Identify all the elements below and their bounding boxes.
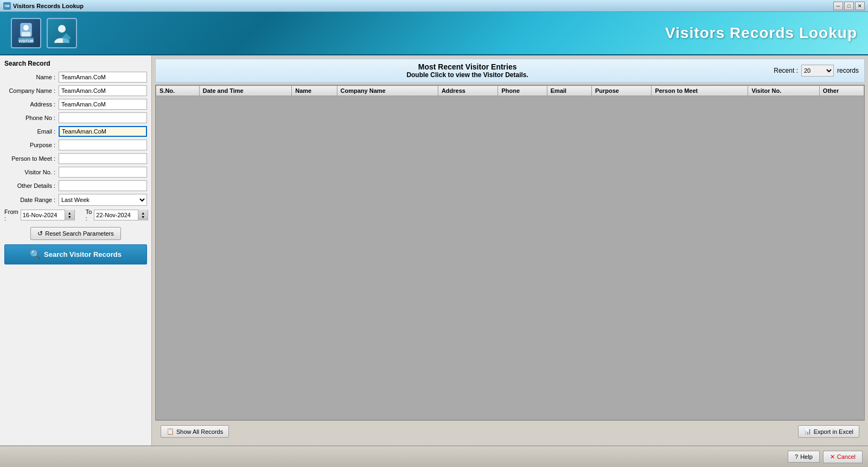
phone-row: Phone No :	[4, 112, 147, 123]
app-title: Visitors Records Lookup	[665, 24, 857, 42]
company-label: Company Name :	[4, 87, 59, 94]
table-header-row: S.No. Date and Time Name Company Name Ad…	[156, 86, 864, 96]
col-sno: S.No.	[156, 86, 200, 96]
bottom-bar: 📋 Show All Records 📊 Export in Excel	[155, 420, 865, 442]
person-logo	[47, 18, 77, 48]
results-panel: Most Recent Visitor Entries Double Click…	[152, 55, 868, 445]
records-suffix: records	[837, 67, 859, 74]
show-all-label: Show All Records	[176, 428, 223, 435]
col-visitor-no: Visitor No.	[748, 86, 819, 96]
show-all-icon: 📋	[167, 428, 174, 435]
help-label: Help	[800, 453, 813, 460]
results-title-area: Most Recent Visitor Entries Double Click…	[161, 62, 774, 79]
date-range-select[interactable]: Today Yesterday Last Week Last Month Cus…	[59, 194, 147, 206]
col-address: Address	[438, 86, 498, 96]
svg-text:VISITOR: VISITOR	[18, 39, 34, 43]
app-header: VISITOR Visitors Records Lookup	[0, 12, 868, 55]
purpose-label: Purpose :	[4, 142, 59, 148]
from-date-input[interactable]	[21, 211, 65, 219]
purpose-input[interactable]	[59, 140, 147, 150]
app-icon: 🪪	[3, 2, 11, 10]
date-range-label: Date Range :	[4, 197, 59, 203]
maximize-button[interactable]: □	[844, 2, 854, 10]
email-input[interactable]	[59, 126, 147, 137]
reset-icon: ↺	[37, 230, 43, 237]
records-table: S.No. Date and Time Name Company Name Ad…	[156, 85, 864, 96]
person-input[interactable]	[59, 153, 147, 164]
export-label: Export in Excel	[814, 428, 853, 435]
visitor-no-input[interactable]	[59, 167, 147, 178]
phone-input[interactable]	[59, 112, 147, 123]
results-header: Most Recent Visitor Entries Double Click…	[155, 59, 865, 83]
email-label: Email :	[4, 128, 59, 135]
cancel-button[interactable]: ✕ Cancel	[823, 451, 863, 463]
search-visitor-records-button[interactable]: 🔍 Search Visitor Records	[4, 244, 147, 264]
search-panel: Search Record Name : Company Name : Addr…	[0, 55, 152, 445]
other-row: Other Details :	[4, 180, 147, 191]
cancel-label: Cancel	[837, 453, 856, 460]
close-button[interactable]: ✕	[855, 2, 865, 10]
col-phone: Phone	[498, 86, 547, 96]
title-bar-controls: ─ □ ✕	[833, 2, 865, 10]
company-row: Company Name :	[4, 85, 147, 96]
phone-label: Phone No :	[4, 115, 59, 121]
to-date-container: ▲ ▼	[94, 210, 148, 220]
from-label: From :	[4, 209, 18, 222]
visitor-no-row: Visitor No. :	[4, 167, 147, 178]
show-all-records-button[interactable]: 📋 Show All Records	[161, 425, 229, 438]
col-other: Other	[819, 86, 864, 96]
svg-rect-2	[22, 32, 30, 36]
title-bar-left: 🪪 Visitors Records Lookup	[3, 2, 84, 10]
bottom-left: 📋 Show All Records	[161, 425, 229, 438]
from-date-picker-button[interactable]: ▲ ▼	[65, 210, 74, 220]
recent-label: Recent :	[774, 67, 798, 74]
col-purpose: Purpose	[591, 86, 652, 96]
address-label: Address :	[4, 101, 59, 108]
logo-area: VISITOR	[11, 18, 77, 48]
from-date-container: ▲ ▼	[21, 210, 75, 220]
svg-point-1	[23, 25, 29, 30]
export-icon: 📊	[804, 428, 812, 435]
search-btn-label: Search Visitor Records	[44, 250, 122, 258]
to-label: To :	[86, 209, 92, 222]
reset-button[interactable]: ↺ Reset Search Parameters	[30, 227, 121, 240]
name-label: Name :	[4, 74, 59, 80]
purpose-row: Purpose :	[4, 140, 147, 150]
export-excel-button[interactable]: 📊 Export in Excel	[798, 425, 859, 438]
search-section-title: Search Record	[4, 60, 147, 67]
date-range-row: Date Range : Today Yesterday Last Week L…	[4, 194, 147, 206]
minimize-button[interactable]: ─	[833, 2, 843, 10]
visitor-logo: VISITOR	[11, 18, 41, 48]
cancel-icon: ✕	[830, 453, 835, 460]
col-name: Name	[292, 86, 337, 96]
name-input[interactable]	[59, 72, 147, 83]
recent-count-select[interactable]: 10 20 50 100 All	[801, 65, 834, 77]
person-row: Person to Meet :	[4, 153, 147, 164]
other-label: Other Details :	[4, 182, 59, 189]
email-row: Email :	[4, 126, 147, 137]
name-row: Name :	[4, 72, 147, 83]
to-date-input[interactable]	[94, 211, 138, 219]
to-date-picker-button[interactable]: ▲ ▼	[138, 210, 148, 220]
status-bar: ? Help ✕ Cancel	[0, 445, 868, 467]
col-person-to-meet: Person to Meet	[652, 86, 748, 96]
svg-point-5	[58, 25, 66, 33]
results-title-main: Most Recent Visitor Entries	[161, 62, 774, 71]
visitor-no-label: Visitor No. :	[4, 169, 59, 175]
person-label: Person to Meet :	[4, 155, 59, 162]
records-table-container: S.No. Date and Time Name Company Name Ad…	[155, 85, 865, 420]
address-input[interactable]	[59, 99, 147, 110]
recent-controls: Recent : 10 20 50 100 All records	[774, 65, 859, 77]
col-email: Email	[547, 86, 591, 96]
col-datetime: Date and Time	[199, 86, 292, 96]
help-button[interactable]: ? Help	[788, 451, 820, 463]
search-icon: 🔍	[30, 249, 41, 260]
window-title: Visitors Records Lookup	[13, 3, 84, 9]
main-content: Search Record Name : Company Name : Addr…	[0, 55, 868, 445]
company-input[interactable]	[59, 85, 147, 96]
other-input[interactable]	[59, 180, 147, 191]
col-company: Company Name	[337, 86, 438, 96]
bottom-right: 📊 Export in Excel	[798, 425, 859, 438]
date-from-to-row: From : ▲ ▼ To : ▲ ▼	[4, 209, 147, 222]
title-bar: 🪪 Visitors Records Lookup ─ □ ✕	[0, 0, 868, 12]
